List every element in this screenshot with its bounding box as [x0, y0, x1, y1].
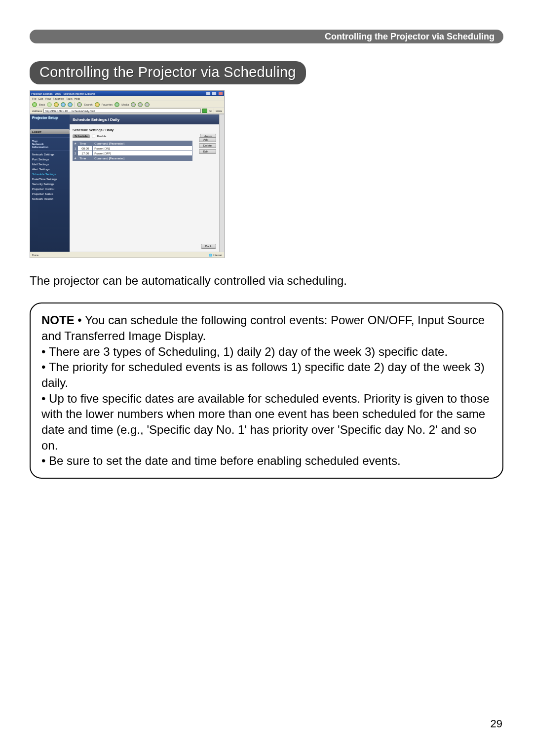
go-button[interactable] — [202, 109, 207, 113]
go-label: Go — [209, 110, 212, 113]
history-icon[interactable] — [131, 102, 136, 107]
add-button[interactable]: Add — [199, 137, 216, 142]
internet-zone-icon: 🌐 — [209, 254, 212, 257]
sidebar-separator — [30, 151, 70, 151]
sidebar-item-projector-control[interactable]: Projector Control — [30, 187, 70, 191]
status-right: Internet — [213, 254, 222, 257]
table-header-row: # Time Command [Parameter] — [73, 141, 192, 146]
row-num: 2 — [73, 151, 78, 156]
back-row: Back — [201, 245, 216, 248]
schedule-content: Schedule Settings / Daily Schedule Setti… — [70, 114, 219, 252]
sidebar-item-network-settings[interactable]: Network Settings — [30, 152, 70, 157]
main-heading-text: Controlling the Projector via Scheduling — [39, 64, 296, 80]
col-num-footer: # — [73, 156, 78, 161]
table-footer-row: # Time Command [Parameter] — [73, 156, 192, 161]
sidebar-item-network-restart[interactable]: Network Restart — [30, 196, 70, 201]
right-button-stack: Apply Add Delete Edit — [199, 131, 216, 154]
schedule-table: # Time Command [Parameter] 1 08:00 Power… — [73, 141, 192, 161]
ie-titlebar: Projector Settings - Daily - Microsoft I… — [30, 91, 224, 96]
menu-help[interactable]: Help — [75, 97, 80, 100]
print-icon[interactable] — [145, 102, 150, 107]
sidebar-separator — [30, 137, 70, 138]
status-left: Done — [32, 254, 38, 257]
menu-file[interactable]: File — [32, 97, 37, 100]
page-header-bar: Controlling the Projector via Scheduling — [30, 30, 503, 43]
col-num: # — [73, 141, 78, 146]
stop-icon[interactable] — [54, 102, 59, 107]
menu-tools[interactable]: Tools — [66, 97, 73, 100]
sidebar-brand: Projector Setup — [30, 114, 70, 129]
toolbar-favorites-label: Favorites — [102, 103, 113, 106]
sidebar-item-port-settings[interactable]: Port Settings — [30, 157, 70, 162]
sidebar-item-date-time-settings[interactable]: Date/Time Settings — [30, 177, 70, 182]
row-time: 08:00 — [78, 146, 93, 151]
home-icon[interactable] — [68, 102, 73, 107]
note-line-1: • There are 3 types of Scheduling, 1) da… — [41, 345, 448, 358]
ie-menubar: File Edit View Favorites Tools Help — [30, 96, 224, 101]
delete-button[interactable]: Delete — [199, 143, 216, 148]
content-crumb: Schedule Settings / Daily — [70, 126, 219, 133]
col-time: Time — [78, 141, 93, 146]
ie-statusbar: Done 🌐 Internet — [30, 252, 224, 258]
toolbar-separator — [75, 102, 75, 107]
table-row[interactable]: 1 08:00 Power [ON] — [73, 146, 192, 151]
mail-icon[interactable] — [138, 102, 143, 107]
links-label[interactable]: Links — [216, 110, 222, 113]
sidebar-item-top-network-info[interactable]: Top: Network Information — [30, 139, 70, 150]
row-time: 17:00 — [78, 151, 93, 156]
toolbar-back-label: Back — [39, 103, 45, 106]
page-number: 29 — [491, 718, 502, 730]
body-paragraph: The projector can be automatically contr… — [30, 273, 503, 289]
sidebar-item-mail-settings[interactable]: Mail Settings — [30, 162, 70, 167]
col-command: Command [Parameter] — [93, 141, 192, 146]
note-line-4: • Be sure to set the date and time befor… — [41, 454, 401, 467]
ie-addressbar: Address http://192.168.1.10 ... /schedul… — [30, 108, 224, 114]
maximize-icon[interactable] — [212, 91, 217, 95]
note-label: NOTE — [41, 313, 75, 327]
menu-view[interactable]: View — [45, 97, 51, 100]
embedded-browser-window: Projector Settings - Daily - Microsoft I… — [30, 90, 225, 258]
address-separator — [214, 109, 214, 113]
favorites-icon[interactable] — [95, 102, 100, 107]
note-line-0: • You can schedule the following control… — [41, 313, 485, 342]
sidebar-item-schedule-settings[interactable]: Schedule Settings — [30, 172, 70, 177]
col-time-footer: Time — [78, 156, 93, 161]
row-num: 1 — [73, 146, 78, 151]
logoff-button[interactable]: Logoff — [30, 129, 70, 134]
sidebar-item-projector-status[interactable]: Projector Status — [30, 191, 70, 196]
search-icon[interactable] — [77, 102, 82, 107]
enable-row: Schedule Enable Apply — [70, 133, 219, 141]
close-icon[interactable] — [218, 91, 223, 95]
row-cmd: Power [OFF] — [93, 151, 192, 156]
address-input[interactable]: http://192.168.1.10 ... /schedule/daily.… — [43, 109, 201, 113]
address-url: http://192.168.1.10 ... /schedule/daily.… — [45, 110, 95, 113]
back-icon[interactable] — [32, 102, 37, 107]
forward-icon[interactable] — [47, 102, 52, 107]
refresh-icon[interactable] — [61, 102, 66, 107]
window-buttons — [205, 91, 223, 96]
sidebar-item-alert-settings[interactable]: Alert Settings — [30, 167, 70, 172]
schedule-pill: Schedule — [73, 134, 90, 138]
note-line-3: • Up to five specific dates are availabl… — [41, 392, 490, 452]
toolbar-search-label: Search — [84, 103, 92, 106]
projector-sidebar: Projector Setup Logoff Top: Network Info… — [30, 114, 70, 252]
menu-favorites[interactable]: Favorites — [53, 97, 64, 100]
page-header-text: Controlling the Projector via Scheduling — [325, 32, 495, 42]
table-row[interactable]: 2 17:00 Power [OFF] — [73, 151, 192, 156]
edit-button[interactable]: Edit — [199, 149, 216, 154]
note-box: NOTE • You can schedule the following co… — [30, 302, 503, 479]
content-title: Schedule Settings / Daily — [70, 114, 219, 126]
media-icon[interactable] — [114, 102, 119, 107]
document-page: Controlling the Projector via Scheduling… — [0, 0, 533, 756]
ie-toolbar: Back Search Favorites Media — [30, 101, 224, 108]
back-button[interactable]: Back — [201, 244, 216, 249]
toolbar-media-label: Media — [121, 103, 129, 106]
sidebar-item-security-settings[interactable]: Security Settings — [30, 182, 70, 187]
ie-body: Projector Setup Logoff Top: Network Info… — [30, 114, 224, 252]
address-label: Address — [32, 110, 42, 113]
scrollbar[interactable] — [219, 114, 224, 252]
minimize-icon[interactable] — [206, 91, 211, 95]
enable-checkbox[interactable] — [92, 135, 95, 138]
menu-edit[interactable]: Edit — [38, 97, 43, 100]
main-heading: Controlling the Projector via Scheduling — [30, 61, 306, 84]
